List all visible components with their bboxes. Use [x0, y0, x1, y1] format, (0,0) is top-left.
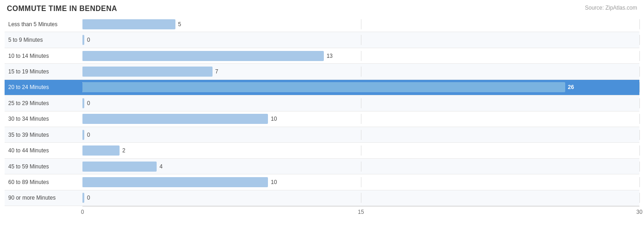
bar-track: 13 [82, 51, 639, 61]
bar-fill [82, 145, 120, 156]
gridline [361, 193, 361, 203]
bar-row: 15 to 19 Minutes7 [5, 64, 639, 79]
bar-label: 30 to 34 Minutes [5, 116, 82, 122]
bar-row: 25 to 29 Minutes0 [5, 95, 639, 111]
bar-track: 10 [82, 177, 639, 187]
gridline [639, 19, 640, 29]
bar-track: 5 [82, 19, 639, 29]
bar-value-label: 5 [178, 21, 181, 28]
bar-value-label: 0 [87, 132, 90, 138]
bar-row: 40 to 44 Minutes2 [5, 143, 639, 158]
gridline [361, 130, 361, 140]
source-label: Source: ZipAtlas.com [585, 5, 637, 11]
bar-value-label: 7 [215, 68, 218, 75]
gridline [361, 19, 361, 29]
bar-fill [82, 193, 84, 203]
bar-value-label: 0 [87, 195, 90, 201]
bar-track: 10 [82, 114, 639, 124]
bar-row: Less than 5 Minutes5 [5, 17, 639, 32]
gridline [361, 114, 361, 124]
gridline [639, 35, 640, 45]
bars-section: Less than 5 Minutes55 to 9 Minutes010 to… [5, 17, 639, 206]
x-tick-label: 0 [81, 209, 84, 215]
gridline [639, 162, 640, 172]
bar-row: 30 to 34 Minutes10 [5, 112, 639, 127]
bar-label: 5 to 9 Minutes [5, 37, 82, 43]
chart-title: COMMUTE TIME IN BENDENA [5, 5, 639, 13]
gridline [639, 130, 640, 140]
bar-fill [82, 162, 157, 172]
gridline [639, 193, 640, 203]
bar-label: 90 or more Minutes [5, 195, 82, 201]
bar-label: 10 to 14 Minutes [5, 53, 82, 59]
bar-label: Less than 5 Minutes [5, 21, 82, 28]
bar-fill [82, 98, 84, 108]
bar-row: 45 to 59 Minutes4 [5, 159, 639, 174]
bar-track: 26 [82, 82, 639, 92]
chart-container: COMMUTE TIME IN BENDENA Source: ZipAtlas… [0, 0, 644, 240]
bar-value-label: 2 [122, 147, 126, 154]
bar-label: 45 to 59 Minutes [5, 163, 82, 170]
gridline [361, 67, 361, 77]
x-axis: 01530 [82, 206, 639, 220]
bar-track: 0 [82, 130, 639, 140]
bar-fill [82, 130, 84, 140]
gridline [361, 51, 361, 61]
gridline [361, 145, 361, 156]
gridline [639, 98, 640, 108]
bar-value-label: 10 [271, 116, 277, 122]
bar-value-label: 13 [327, 53, 333, 59]
gridline [639, 67, 640, 77]
bar-track: 4 [82, 162, 639, 172]
bar-value-label: 4 [159, 163, 163, 170]
bar-track: 7 [82, 67, 639, 77]
bar-fill [82, 51, 324, 61]
bar-label: 60 to 89 Minutes [5, 179, 82, 185]
gridline [639, 82, 640, 92]
x-tick-label: 30 [636, 209, 642, 215]
gridline [361, 98, 361, 108]
x-tick-label: 15 [358, 209, 364, 215]
bar-row: 5 to 9 Minutes0 [5, 32, 639, 48]
bar-label: 25 to 29 Minutes [5, 100, 82, 106]
bar-value-label: 26 [568, 84, 574, 90]
bar-label: 15 to 19 Minutes [5, 68, 82, 75]
gridline [639, 51, 640, 61]
bar-row: 60 to 89 Minutes10 [5, 174, 639, 190]
bar-fill [82, 114, 268, 124]
bar-track: 0 [82, 193, 639, 203]
bar-value-label: 0 [87, 37, 90, 43]
bar-row: 35 to 39 Minutes0 [5, 127, 639, 143]
gridline [639, 177, 640, 187]
bar-track: 0 [82, 35, 639, 45]
bar-fill [82, 177, 268, 187]
bar-track: 2 [82, 145, 639, 156]
bar-value-label: 0 [87, 100, 90, 106]
bar-row: 90 or more Minutes0 [5, 190, 639, 206]
bar-fill [82, 19, 175, 29]
bar-row: 10 to 14 Minutes13 [5, 48, 639, 64]
gridline [639, 114, 640, 124]
bar-label: 40 to 44 Minutes [5, 147, 82, 154]
chart-area: Less than 5 Minutes55 to 9 Minutes010 to… [5, 17, 639, 220]
gridline [361, 177, 361, 187]
bar-track: 0 [82, 98, 639, 108]
bar-fill [82, 35, 84, 45]
bar-fill [82, 67, 213, 77]
gridline [639, 145, 640, 156]
gridline [361, 35, 361, 45]
bar-label: 35 to 39 Minutes [5, 132, 82, 138]
bar-row: 20 to 24 Minutes26 [5, 80, 639, 95]
bar-value-label: 10 [271, 179, 277, 185]
gridline [361, 162, 361, 172]
bar-fill [82, 82, 565, 92]
bar-label: 20 to 24 Minutes [5, 84, 82, 90]
